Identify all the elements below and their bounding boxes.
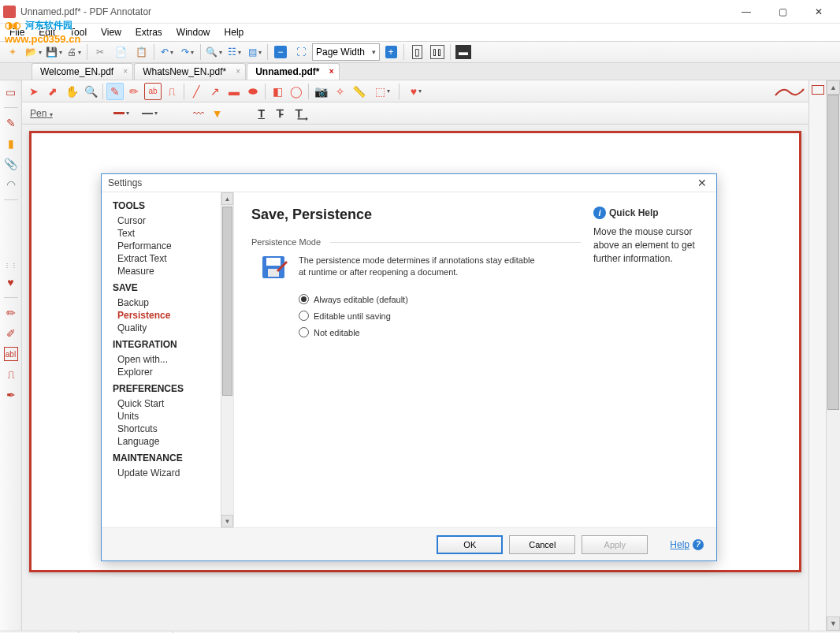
cat-preferences: PREFERENCES [113, 383, 229, 394]
persistence-radio-group: Always editable (default) Editable until… [299, 294, 581, 337]
help-icon: ? [693, 539, 704, 550]
save-persistence-icon [261, 255, 289, 283]
quick-help-text: Move the mouse cursor above an element t… [593, 225, 699, 265]
info-icon: i [593, 207, 606, 219]
sidebar-scrollbar[interactable]: ▲ ▼ [221, 192, 233, 527]
item-backup[interactable]: Backup [113, 296, 229, 309]
radio-label: Always editable (default) [314, 295, 408, 304]
radio-label: Editable until saving [314, 311, 391, 321]
sidebar-scroll-down[interactable]: ▼ [221, 515, 233, 527]
dialog-backdrop: Settings ✕ TOOLS Cursor Text Performance… [0, 0, 840, 633]
item-quality[interactable]: Quality [113, 322, 229, 334]
radio-label: Not editable [314, 328, 360, 337]
item-shortcuts[interactable]: Shortcuts [113, 423, 229, 435]
item-explorer[interactable]: Explorer [113, 366, 229, 378]
quick-help-panel: i Quick Help Move the mouse cursor above… [581, 207, 699, 513]
cat-save: SAVE [113, 282, 229, 293]
fieldset-label: Persistence Mode [251, 237, 581, 247]
radio-control[interactable] [299, 311, 309, 321]
ok-button[interactable]: OK [437, 535, 503, 554]
item-cursor[interactable]: Cursor [113, 214, 229, 227]
item-performance[interactable]: Performance [113, 240, 229, 252]
item-units[interactable]: Units [113, 410, 229, 423]
item-language[interactable]: Language [113, 435, 229, 448]
item-extract-text[interactable]: Extract Text [113, 252, 229, 265]
item-text[interactable]: Text [113, 227, 229, 240]
persistence-description: The persistence mode determines if annot… [299, 255, 535, 279]
radio-control[interactable] [299, 294, 309, 304]
dialog-titlebar: Settings ✕ [102, 174, 716, 192]
item-open-with[interactable]: Open with... [113, 353, 229, 366]
settings-content: Save, Persistence Persistence Mode The p… [251, 207, 581, 513]
item-update-wizard[interactable]: Update Wizard [113, 467, 229, 479]
radio-always-editable[interactable]: Always editable (default) [299, 294, 581, 304]
dialog-title-text: Settings [108, 177, 142, 188]
sidebar-scroll-thumb[interactable] [222, 207, 232, 396]
cat-maintenance: MAINTENANCE [113, 452, 229, 464]
svg-rect-1 [266, 258, 281, 266]
radio-not-editable[interactable]: Not editable [299, 327, 581, 337]
quick-help-title: i Quick Help [593, 207, 699, 219]
sidebar-scroll-up[interactable]: ▲ [221, 192, 233, 205]
settings-sidebar: TOOLS Cursor Text Performance Extract Te… [102, 192, 234, 527]
help-link[interactable]: Help ? [670, 539, 704, 550]
item-measure[interactable]: Measure [113, 265, 229, 277]
radio-control[interactable] [299, 327, 309, 337]
dialog-close-button[interactable]: ✕ [694, 175, 710, 191]
dialog-footer: OK Cancel Apply Help ? [102, 527, 716, 560]
cancel-button[interactable]: Cancel [509, 535, 575, 554]
settings-heading: Save, Persistence [251, 207, 581, 223]
settings-dialog: Settings ✕ TOOLS Cursor Text Performance… [101, 173, 717, 561]
item-persistence[interactable]: Persistence [113, 309, 229, 322]
cat-tools: TOOLS [113, 200, 229, 211]
radio-editable-until-saving[interactable]: Editable until saving [299, 311, 581, 321]
apply-button[interactable]: Apply [582, 535, 648, 554]
item-quick-start[interactable]: Quick Start [113, 397, 229, 410]
cat-integration: INTEGRATION [113, 339, 229, 350]
